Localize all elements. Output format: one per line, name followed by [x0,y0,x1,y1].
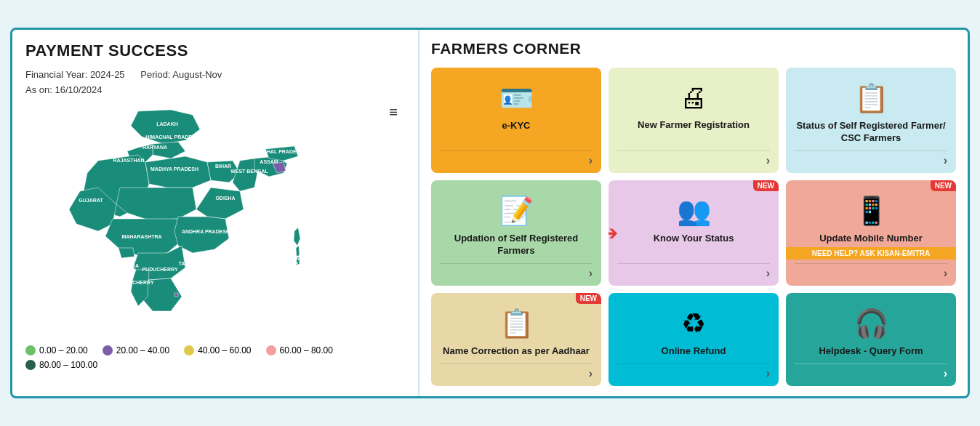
know-status-icon: 👥 [677,195,711,227]
svg-text:WEST BENGAL: WEST BENGAL [230,169,268,174]
card-know-status[interactable]: NEW ➔ 👥 Know Your Status › [609,180,779,286]
svg-text:TAMIL NADU: TAMIL NADU [179,261,210,266]
svg-text:HIMACHAL PRADESH: HIMACHAL PRADESH [145,134,198,140]
helpdesk-label: Helpdesk - Query Form [819,345,923,358]
svg-text:MAHARASHTRA: MAHARASHTRA [121,234,161,239]
online-refund-arrow: › [617,363,770,380]
update-mobile-arrow: › [795,263,947,280]
card-online-refund[interactable]: ♻ Online Refund › [609,293,779,386]
status-self-icon: 📋 [854,82,888,114]
financial-year: Financial Year: 2024-25 [25,69,125,80]
period: Period: August-Nov [140,69,222,80]
new-farmer-arrow: › [617,150,770,167]
ekyc-icon: 🪪 [499,82,534,114]
status-self-arrow: › [795,150,947,167]
updation-arrow: › [440,263,593,280]
online-refund-label: Online Refund [662,345,726,358]
helpdesk-icon: 🎧 [854,308,888,339]
card-new-farmer[interactable]: 🖨 New Farmer Registration › [609,68,779,173]
new-farmer-label: New Farmer Registration [638,119,750,145]
menu-icon[interactable]: ≡ [389,104,398,121]
svg-marker-15 [119,248,134,258]
name-correction-label: Name Correction as per Aadhaar [443,345,590,358]
card-helpdesk[interactable]: 🎧 Helpdesk - Query Form › [786,293,956,386]
left-panel: PAYMENT SUCCESS Financial Year: 2024-25 … [12,30,419,395]
legend-0-20: 0.00 – 20.00 [39,345,88,355]
right-panel: FARMERS CORNER 🪪 e-KYC › 🖨 New Farmer Re… [419,30,968,395]
name-correction-arrow: › [440,363,593,380]
legend-80-100: 80.00 – 100.00 [39,360,97,370]
map-legend: 0.00 – 20.00 20.00 – 40.00 40.00 – 60.00… [25,345,405,370]
svg-marker-4 [145,156,211,188]
legend-20-40: 20.00 – 40.00 [116,345,169,355]
legend-40-60: 40.00 – 60.00 [198,345,251,355]
know-status-new-badge: NEW [753,180,779,191]
svg-text:HARYANA: HARYANA [142,145,167,150]
svg-text:PUDUCHERRY: PUDUCHERRY [118,280,153,285]
payment-success-title: PAYMENT SUCCESS [25,41,405,60]
card-update-mobile[interactable]: NEW 📱 Update Mobile Number NEED HELP? AS… [786,180,956,286]
name-correction-new-badge: NEW [576,293,601,304]
update-mobile-new-badge: NEW [931,180,956,191]
card-status-self[interactable]: 📋 Status of Self Registered Farmer/ CSC … [786,68,956,173]
ekyc-arrow: › [440,150,593,167]
svg-text:ANDHRA PRADESH: ANDHRA PRADESH [182,229,230,234]
updation-icon: 📝 [499,195,534,227]
svg-text:RAJASTHAN: RAJASTHAN [113,158,144,163]
svg-text:GOA: GOA [127,263,139,268]
main-container: PAYMENT SUCCESS Financial Year: 2024-25 … [10,28,970,398]
svg-text:NICOBAR ISLANDS: NICOBAR ISLANDS [274,261,322,266]
cards-grid: 🪪 e-KYC › 🖨 New Farmer Registration › 📋 … [431,68,956,385]
india-map: LADAKH HIMACHAL PRADESH HARYANA ARUNACHA… [25,104,360,322]
svg-text:ODISHA: ODISHA [215,196,235,201]
know-status-label: Know Your Status [654,233,734,257]
svg-text:ARUNACHAL PRADESH: ARUNACHAL PRADESH [245,149,304,154]
red-arrow-icon: ➔ [609,221,618,245]
card-ekyc[interactable]: 🪪 e-KYC › [431,68,601,173]
farmers-corner-title: FARMERS CORNER [431,40,956,57]
svg-text:GUJARAT: GUJARAT [79,198,103,203]
svg-marker-19 [294,228,300,246]
svg-text:LADAKH: LADAKH [156,121,178,126]
svg-marker-10 [196,188,244,219]
card-updation[interactable]: 📝 Updation of Self Registered Farmers › [431,180,601,286]
svg-text:ANDAMAN AND: ANDAMAN AND [278,256,317,261]
card-name-correction[interactable]: NEW 📋 Name Correction as per Aadhaar › [431,293,601,386]
new-farmer-icon: 🖨 [680,82,707,113]
svg-text:BIHAR: BIHAR [215,164,231,169]
ekyc-label: e-KYC [502,120,530,145]
status-self-label: Status of Self Registered Farmer/ CSC Fa… [795,120,947,145]
svg-text:PUDUCHERRY: PUDUCHERRY [142,267,177,272]
svg-marker-20 [296,246,300,257]
update-mobile-icon: 📱 [854,195,888,227]
map-area: ≡ [25,104,405,337]
helpdesk-arrow: › [795,363,947,380]
legend-60-80: 60.00 – 80.00 [280,345,333,355]
know-status-arrow: › [617,263,770,280]
svg-text:MADHYA PRADESH: MADHYA PRADESH [150,166,198,172]
updation-label: Updation of Self Registered Farmers [440,233,593,257]
svg-marker-13 [174,217,229,253]
payment-meta: Financial Year: 2024-25 Period: August-N… [25,68,405,98]
svg-marker-18 [174,293,178,297]
svg-marker-9 [116,188,196,220]
as-on: As on: 16/10/2024 [25,84,103,95]
kisan-emitra-banner: NEED HELP? ASK KISAN-EMITRA [786,247,956,260]
name-correction-icon: 📋 [499,308,534,339]
online-refund-icon: ♻ [681,308,706,339]
